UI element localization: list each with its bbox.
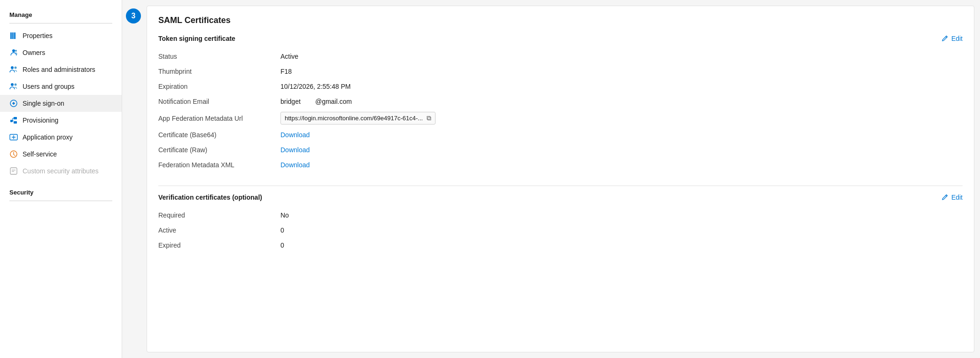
sidebar-item-label-provisioning: Provisioning	[23, 117, 58, 124]
svg-rect-1	[12, 32, 14, 39]
sidebar-item-self-service[interactable]: Self-service	[0, 146, 122, 163]
sidebar-item-owners[interactable]: Owners	[0, 44, 122, 61]
field-row-metadata-url: App Federation Metadata Url https://logi…	[158, 109, 963, 127]
verification-title: Verification certificates (optional)	[158, 194, 262, 201]
svg-rect-2	[14, 32, 16, 39]
sidebar-item-properties[interactable]: Properties	[0, 27, 122, 44]
sidebar-item-label-users: Users and groups	[23, 83, 75, 90]
app-proxy-icon	[9, 133, 18, 141]
field-value-expired: 0	[280, 241, 284, 249]
sidebar-item-label-custom-security: Custom security attributes	[23, 167, 99, 175]
manage-divider	[9, 23, 112, 23]
sidebar-item-label-sso: Single sign-on	[23, 100, 64, 107]
field-label-federation-xml: Federation Metadata XML	[158, 161, 280, 169]
sidebar: Manage Properties Owners	[0, 0, 122, 358]
token-signing-section: Token signing certificate Edit Status Ac…	[158, 35, 963, 172]
field-row-cert-raw: Certificate (Raw) Download	[158, 142, 963, 157]
content-area: SAML Certificates Token signing certific…	[147, 6, 974, 352]
field-value-cert-base64-download[interactable]: Download	[280, 131, 310, 139]
section-divider	[158, 186, 963, 186]
sidebar-item-users-groups[interactable]: Users and groups	[0, 78, 122, 95]
token-signing-header: Token signing certificate Edit	[158, 35, 963, 42]
field-label-thumbprint: Thumbprint	[158, 68, 280, 75]
svg-point-7	[11, 83, 14, 86]
svg-point-6	[15, 67, 17, 69]
svg-rect-13	[14, 121, 17, 124]
sidebar-item-roles-administrators[interactable]: Roles and administrators	[0, 61, 122, 78]
field-value-status: Active	[280, 53, 298, 60]
svg-point-3	[12, 49, 15, 52]
sidebar-item-custom-security: Custom security attributes	[0, 163, 122, 179]
svg-rect-19	[10, 168, 17, 174]
field-label-cert-raw: Certificate (Raw)	[158, 146, 280, 154]
self-service-icon	[9, 150, 18, 158]
edit-pencil-icon	[941, 35, 949, 42]
token-signing-title: Token signing certificate	[158, 35, 235, 42]
manage-section-label: Manage	[0, 8, 122, 21]
verification-header: Verification certificates (optional) Edi…	[158, 194, 963, 201]
field-label-metadata-url: App Federation Metadata Url	[158, 115, 280, 122]
sidebar-item-application-proxy[interactable]: Application proxy	[0, 129, 122, 146]
section-title: SAML Certificates	[158, 16, 963, 25]
field-row-status: Status Active	[158, 49, 963, 64]
field-value-active: 0	[280, 226, 284, 234]
owners-icon	[9, 48, 18, 57]
field-label-status: Status	[158, 53, 280, 60]
sidebar-item-label-properties: Properties	[23, 32, 53, 39]
security-divider	[9, 201, 112, 201]
field-row-notification-email: Notification Email bridget @gmail.com	[158, 94, 963, 109]
svg-point-8	[15, 84, 17, 86]
sidebar-item-label-app-proxy: Application proxy	[23, 133, 73, 141]
field-label-expiration: Expiration	[158, 83, 280, 90]
svg-rect-11	[10, 120, 13, 122]
field-label-required: Required	[158, 211, 280, 219]
security-section-label: Security	[0, 185, 122, 199]
provisioning-icon	[9, 116, 18, 125]
field-row-thumbprint: Thumbprint F18	[158, 64, 963, 79]
step-indicator: 3	[122, 0, 141, 358]
custom-security-icon	[9, 167, 18, 175]
field-row-active: Active 0	[158, 223, 963, 238]
field-row-expiration: Expiration 10/12/2026, 2:55:48 PM	[158, 79, 963, 94]
svg-point-4	[15, 50, 17, 52]
svg-point-5	[11, 66, 14, 69]
url-box-text: https://login.microsoftonline.com/69e491…	[285, 115, 423, 122]
field-label-notification-email: Notification Email	[158, 98, 280, 105]
field-row-required: Required No	[158, 208, 963, 223]
field-row-cert-base64: Certificate (Base64) Download	[158, 127, 963, 142]
field-row-expired: Expired 0	[158, 238, 963, 253]
field-value-required: No	[280, 211, 289, 219]
token-signing-edit-button[interactable]: Edit	[941, 35, 963, 42]
properties-icon	[9, 31, 18, 40]
step-badge: 3	[126, 8, 141, 23]
field-value-expiration: 10/12/2026, 2:55:48 PM	[280, 83, 350, 90]
field-value-thumbprint: F18	[280, 68, 292, 75]
svg-point-10	[13, 102, 15, 104]
sidebar-item-label-owners: Owners	[23, 49, 45, 56]
field-label-active: Active	[158, 226, 280, 234]
field-row-federation-xml: Federation Metadata XML Download	[158, 157, 963, 172]
url-box: https://login.microsoftonline.com/69e491…	[280, 112, 436, 125]
main-wrapper: 3 SAML Certificates Token signing certif…	[122, 0, 980, 358]
field-label-expired: Expired	[158, 241, 280, 249]
users-icon	[9, 82, 18, 91]
svg-rect-0	[10, 32, 12, 39]
roles-icon	[9, 65, 18, 74]
sidebar-item-provisioning[interactable]: Provisioning	[0, 112, 122, 129]
verification-edit-pencil-icon	[941, 194, 949, 201]
verification-section: Verification certificates (optional) Edi…	[158, 194, 963, 253]
verification-edit-button[interactable]: Edit	[941, 194, 963, 201]
sidebar-item-label-self-service: Self-service	[23, 150, 57, 158]
svg-rect-12	[14, 117, 17, 119]
field-value-cert-raw-download[interactable]: Download	[280, 146, 310, 154]
field-label-cert-base64: Certificate (Base64)	[158, 131, 280, 139]
copy-icon[interactable]: ⧉	[427, 114, 431, 122]
sidebar-item-single-sign-on[interactable]: Single sign-on	[0, 95, 122, 112]
field-value-federation-xml-download[interactable]: Download	[280, 161, 310, 169]
sidebar-item-label-roles: Roles and administrators	[23, 66, 95, 73]
sso-icon	[9, 99, 18, 108]
field-value-notification-email: bridget @gmail.com	[280, 98, 352, 105]
